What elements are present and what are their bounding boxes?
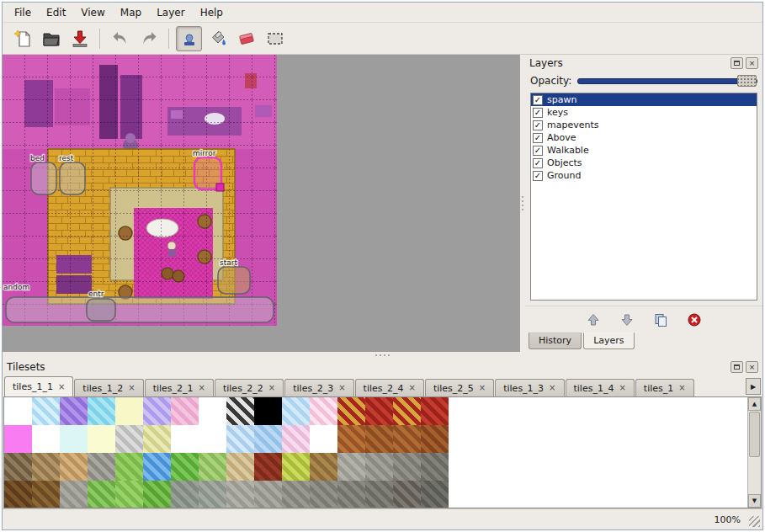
duplicate-layer-button[interactable] [651, 311, 670, 329]
tileset-tile[interactable] [4, 453, 32, 481]
tileset-tile[interactable] [310, 453, 337, 481]
tileset-tile[interactable] [282, 481, 310, 508]
tileset-tile[interactable] [226, 397, 254, 425]
tileset-tile[interactable] [60, 397, 88, 425]
tileset-tile[interactable] [4, 397, 32, 425]
tileset-tile[interactable] [60, 425, 88, 453]
tileset-tab-tiles_1[interactable]: tiles_1 × [635, 379, 694, 396]
opacity-slider-handle[interactable] [737, 75, 757, 87]
scroll-up-button[interactable]: ▲ [748, 397, 761, 411]
tileset-tile[interactable] [199, 453, 226, 481]
float-panel-button[interactable] [730, 361, 743, 373]
layer-row-walkable[interactable]: ✓ Walkable [531, 144, 757, 157]
layer-visibility-checkbox[interactable]: ✓ [533, 171, 543, 181]
tab-close-icon[interactable]: × [619, 384, 625, 392]
lower-layer-button[interactable] [618, 311, 636, 329]
layer-visibility-checkbox[interactable]: ✓ [533, 95, 543, 105]
tileset-tab-tiles_1_4[interactable]: tiles_1_4 × [566, 379, 635, 396]
opacity-slider[interactable] [577, 74, 757, 88]
layer-row-keys[interactable]: ✓ keys [531, 106, 757, 119]
tileset-tile[interactable] [143, 453, 171, 481]
tileset-tile[interactable] [199, 397, 226, 425]
tileset-tile[interactable] [32, 481, 60, 508]
close-panel-button[interactable]: × [746, 57, 758, 69]
tab-close-icon[interactable]: × [678, 384, 685, 392]
tileset-tile[interactable] [32, 453, 60, 481]
tileset-tile[interactable] [337, 397, 365, 425]
tileset-tile[interactable] [337, 425, 365, 453]
tab-close-icon[interactable]: × [549, 384, 555, 392]
tileset-tile[interactable] [60, 481, 88, 508]
scrollbar-thumb[interactable] [749, 412, 760, 457]
tab-close-icon[interactable]: × [268, 384, 275, 392]
tileset-tile[interactable] [310, 481, 337, 508]
menu-layer[interactable]: Layer [150, 5, 191, 20]
map-canvas[interactable]: bed rest mirror start entr andom [3, 55, 277, 326]
new-map-button[interactable] [9, 26, 35, 51]
tileset-tile[interactable] [393, 453, 421, 481]
menu-file[interactable]: File [8, 5, 38, 20]
tileset-tile[interactable] [393, 425, 421, 453]
tileset-tile[interactable] [365, 481, 393, 508]
redo-button[interactable] [135, 26, 162, 51]
layer-row-above[interactable]: ✓ Above [531, 131, 757, 144]
layer-visibility-checkbox[interactable]: ✓ [533, 120, 543, 130]
tab-close-icon[interactable]: × [338, 384, 345, 392]
tileset-tab-tiles_1_1[interactable]: tiles_1_1 × [4, 376, 73, 396]
delete-layer-button[interactable] [685, 311, 704, 329]
tileset-tile[interactable] [32, 425, 60, 453]
tileset-tab-tiles_2_3[interactable]: tiles_2_3 × [284, 379, 353, 396]
float-panel-button[interactable] [730, 57, 743, 69]
tileset-tile[interactable] [282, 425, 310, 453]
tileset-tile[interactable] [337, 481, 365, 508]
tileset-tile[interactable] [4, 481, 32, 508]
tileset-tile[interactable] [310, 425, 337, 453]
tileset-tile[interactable] [282, 397, 310, 425]
layer-row-mapevents[interactable]: ✓ mapevents [531, 119, 757, 131]
tileset-tile[interactable] [4, 425, 32, 453]
tileset-tile[interactable] [171, 425, 199, 453]
scrollbar-track[interactable] [748, 411, 761, 494]
tileset-tile[interactable] [143, 397, 171, 425]
tileset-tile[interactable] [115, 397, 143, 425]
tileset-tile[interactable] [88, 481, 115, 508]
horizontal-splitter[interactable] [3, 352, 762, 359]
tileset-tile[interactable] [88, 425, 115, 453]
tileset-tab-tiles_2_4[interactable]: tiles_2_4 × [355, 379, 424, 396]
tab-close-icon[interactable]: × [408, 384, 415, 392]
layer-row-objects[interactable]: ✓ Objects [531, 157, 757, 169]
layer-visibility-checkbox[interactable]: ✓ [533, 108, 543, 118]
map-object-entrance[interactable] [87, 299, 115, 321]
layer-row-spawn[interactable]: ✓ spawn [531, 93, 757, 106]
tileset-tab-tiles_2_2[interactable]: tiles_2_2 × [215, 379, 284, 396]
tab-close-icon[interactable]: × [479, 384, 486, 392]
tileset-tile[interactable] [254, 453, 282, 481]
tileset-tile[interactable] [143, 425, 171, 453]
tab-scroll-right-button[interactable]: ▶ [746, 378, 761, 395]
tileset-tab-tiles_1_3[interactable]: tiles_1_3 × [495, 379, 564, 396]
tab-close-icon[interactable]: × [128, 384, 135, 392]
tileset-tile[interactable] [337, 453, 365, 481]
tab-layers[interactable]: Layers [583, 332, 634, 349]
tileset-tile[interactable] [254, 425, 282, 453]
tileset-tile[interactable] [421, 397, 449, 425]
tileset-tile[interactable] [171, 481, 199, 508]
resize-grip[interactable] [749, 516, 760, 527]
stamp-brush-button[interactable] [176, 26, 202, 51]
tileset-tile[interactable] [143, 481, 171, 508]
selection-handle[interactable] [216, 184, 224, 191]
map-object-start[interactable] [218, 267, 250, 294]
map-object-bed[interactable] [31, 162, 56, 194]
map-object-bottom-bar[interactable] [6, 297, 274, 322]
tileset-tile[interactable] [199, 425, 226, 453]
tileset-tile[interactable] [199, 481, 226, 508]
tab-history[interactable]: History [529, 332, 582, 349]
bucket-fill-button[interactable] [205, 26, 231, 51]
map-view[interactable]: bed rest mirror start entr andom [3, 55, 520, 352]
tileset-tile[interactable] [226, 425, 254, 453]
tileset-tile[interactable] [421, 425, 449, 453]
tileset-tile[interactable] [393, 397, 421, 425]
menu-map[interactable]: Map [114, 5, 148, 20]
tileset-tile[interactable] [365, 453, 393, 481]
tileset-tile[interactable] [171, 453, 199, 481]
